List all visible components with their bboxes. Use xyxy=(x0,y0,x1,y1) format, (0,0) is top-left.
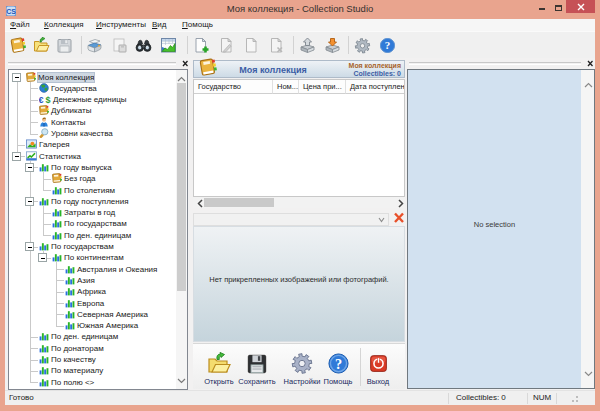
svg-text:€: € xyxy=(39,95,44,104)
svg-text:$: $ xyxy=(45,95,50,104)
svg-text:?: ? xyxy=(385,39,391,51)
svg-text:?: ? xyxy=(334,356,341,372)
